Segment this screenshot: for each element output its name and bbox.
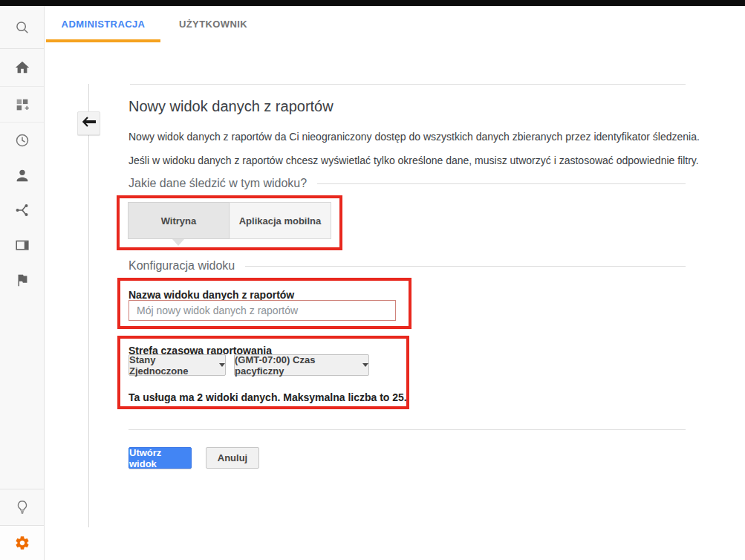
section-track-label: Jakie dane śledzić w tym widoku? <box>128 177 307 190</box>
content-top-divider <box>130 84 686 85</box>
content-left-rule <box>88 84 89 527</box>
create-view-button[interactable]: Utwórz widok <box>128 447 192 469</box>
view-name-input[interactable] <box>128 300 396 321</box>
sidebar <box>0 6 45 560</box>
sidebar-item-admin[interactable] <box>0 525 44 560</box>
cancel-button-label: Anuluj <box>218 452 247 463</box>
timezone-dropdown[interactable]: (GMT-07:00) Czas pacyficzny <box>234 354 369 376</box>
sidebar-item-audience[interactable] <box>0 157 44 192</box>
section-header-config: Konfiguracja widoku <box>128 259 686 273</box>
cancel-button[interactable]: Anuluj <box>206 447 259 469</box>
sidebar-item-acquisition[interactable] <box>0 192 44 227</box>
flag-icon <box>14 272 30 288</box>
section-config-label: Konfiguracja widoku <box>128 259 235 273</box>
sidebar-item-realtime[interactable] <box>0 123 44 157</box>
back-arrow-icon <box>82 117 96 130</box>
search-icon <box>14 19 30 36</box>
sidebar-spacer <box>0 297 44 489</box>
timezone-dropdown-value: (GMT-07:00) Czas pacyficzny <box>235 354 356 377</box>
chevron-down-icon <box>219 363 225 367</box>
sidebar-item-search[interactable] <box>0 6 44 49</box>
sidebar-item-conversions[interactable] <box>0 262 44 297</box>
active-tab-underline <box>46 39 160 42</box>
sidebar-item-customization[interactable] <box>0 87 44 123</box>
tab-bar: ADMINISTRACJA UŻYTKOWNIK <box>45 6 745 46</box>
sidebar-item-behavior[interactable] <box>0 227 44 262</box>
toggle-mobile-app-button[interactable]: Aplikacja mobilna <box>230 202 331 239</box>
toggle-website-label: Witryna <box>161 215 197 227</box>
customization-grid-icon <box>14 97 30 113</box>
tab-administracja[interactable]: ADMINISTRACJA <box>46 6 160 42</box>
view-name-label: Nazwa widoku danych z raportów <box>128 289 294 301</box>
intro-paragraph-1: Nowy widok danych z raportów da Ci nieog… <box>128 131 700 143</box>
tab-uzytkownik[interactable]: UŻYTKOWNIK <box>172 6 254 42</box>
back-button[interactable] <box>77 111 100 135</box>
sidebar-item-discover[interactable] <box>0 489 44 525</box>
browser-pane-icon <box>14 237 30 253</box>
content-bottom-divider <box>128 429 686 430</box>
sidebar-item-home[interactable] <box>0 49 44 87</box>
view-limit-note: Ta usługa ma 2 widoki danych. Maksymalna… <box>128 391 407 403</box>
intro-paragraph-2: Jeśli w widoku danych z raportów chcesz … <box>128 154 699 166</box>
section-config-rule <box>245 266 686 267</box>
country-dropdown[interactable]: Stany Zjednoczone <box>128 354 226 376</box>
section-track-rule <box>317 183 686 184</box>
country-dropdown-value: Stany Zjednoczone <box>129 354 212 377</box>
clock-icon <box>14 132 30 149</box>
data-type-toggle: Witryna Aplikacja mobilna <box>128 202 331 239</box>
person-icon <box>14 167 30 183</box>
share-flow-icon <box>14 202 30 218</box>
home-icon <box>14 59 30 76</box>
toggle-website-button[interactable]: Witryna <box>128 202 230 239</box>
chevron-down-icon <box>362 363 368 367</box>
main-content: Nowy widok danych z raportów Nowy widok … <box>45 46 745 560</box>
tab-administracja-label: ADMINISTRACJA <box>62 19 146 30</box>
page-title: Nowy widok danych z raportów <box>128 98 334 115</box>
create-view-button-label: Utwórz widok <box>129 447 191 469</box>
selected-toggle-caret <box>172 239 184 246</box>
tab-uzytkownik-label: UŻYTKOWNIK <box>179 19 247 30</box>
section-header-track: Jakie dane śledzić w tym widoku? <box>128 177 686 190</box>
top-black-bar <box>0 0 745 6</box>
toggle-mobile-app-label: Aplikacja mobilna <box>239 215 322 227</box>
lightbulb-icon <box>14 499 30 515</box>
gear-icon <box>14 535 30 551</box>
